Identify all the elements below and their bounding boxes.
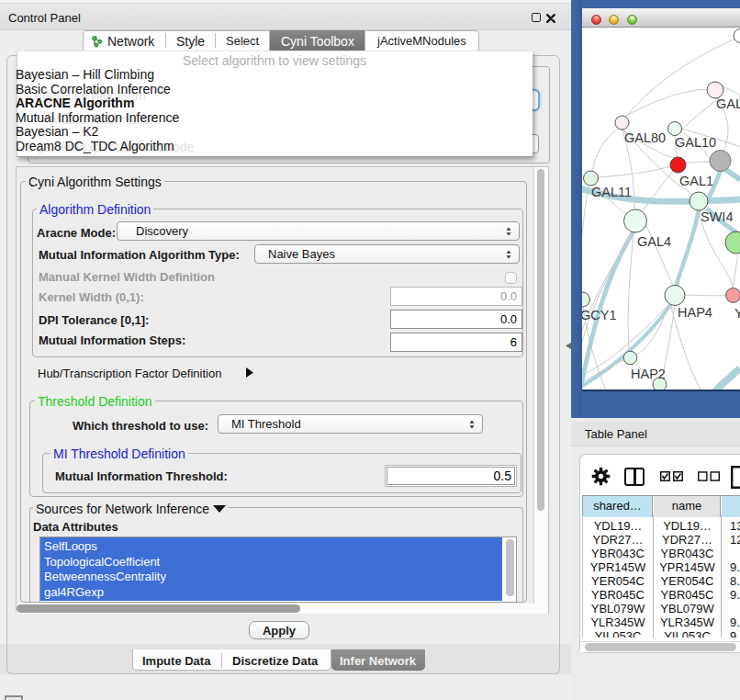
svg-text:GAL4: GAL4 bbox=[637, 234, 671, 249]
svg-text:GAL10: GAL10 bbox=[675, 135, 716, 150]
svg-text:GAL1: GAL1 bbox=[679, 174, 713, 188]
svg-text:SWI4: SWI4 bbox=[701, 209, 733, 224]
svg-text:GCY1: GCY1 bbox=[582, 308, 617, 322]
svg-text:Y: Y bbox=[734, 306, 740, 321]
svg-text:HAP4: HAP4 bbox=[678, 305, 712, 320]
svg-text:GAL11: GAL11 bbox=[591, 185, 632, 199]
svg-text:GAL80: GAL80 bbox=[624, 130, 666, 145]
svg-text:HAP2: HAP2 bbox=[631, 367, 666, 381]
svg-text:GAL: GAL bbox=[716, 96, 740, 111]
